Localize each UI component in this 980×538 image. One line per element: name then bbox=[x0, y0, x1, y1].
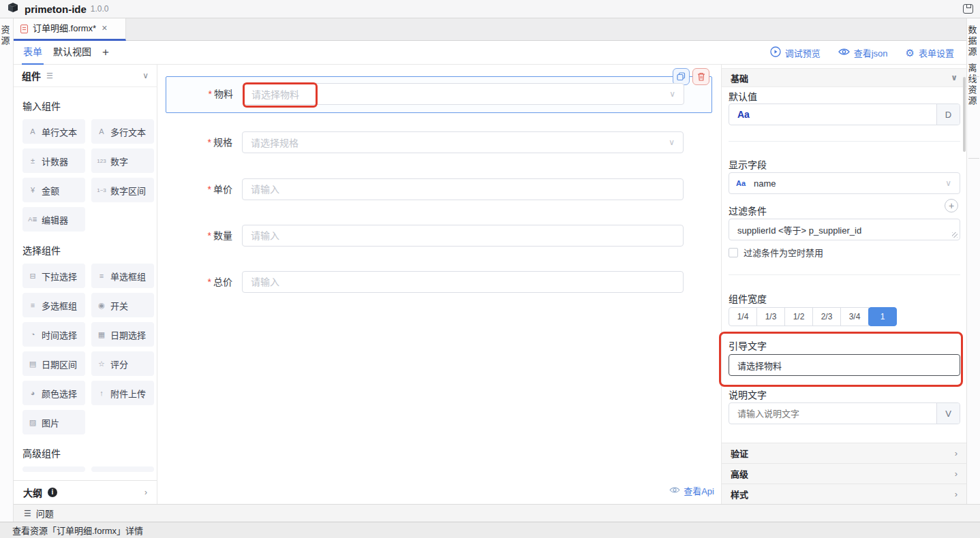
width-option-two-thirds[interactable]: 2/3 bbox=[812, 307, 841, 326]
tab-form[interactable]: 表单 bbox=[22, 41, 44, 65]
save-icon[interactable] bbox=[963, 4, 973, 14]
default-value-text: Aa bbox=[729, 109, 750, 120]
rail-datasource[interactable]: 数据源 bbox=[969, 25, 979, 58]
component-tile-single-line-text[interactable]: A单行文本 bbox=[22, 119, 85, 144]
spec-select[interactable]: 请选择规格 ∨ bbox=[242, 131, 684, 153]
display-field-select[interactable]: Aa name ∨ bbox=[729, 172, 960, 194]
component-tile-editor[interactable]: A≣编辑器 bbox=[22, 207, 85, 232]
switch-icon: ◉ bbox=[96, 301, 107, 310]
description-text-input[interactable]: V bbox=[729, 402, 960, 424]
add-view-button[interactable]: + bbox=[102, 46, 109, 59]
component-tile-image[interactable]: ▨图片 bbox=[22, 410, 85, 434]
display-field-value: name bbox=[746, 178, 776, 189]
chevron-down-icon[interactable]: ∨ bbox=[951, 73, 958, 82]
close-icon[interactable]: × bbox=[102, 22, 107, 33]
default-value-input[interactable]: Aa D bbox=[729, 104, 960, 125]
quantity-field[interactable] bbox=[251, 230, 675, 241]
number-icon: 123 bbox=[96, 158, 107, 164]
chevron-down-icon[interactable]: ∨ bbox=[142, 71, 149, 80]
required-asterisk: * bbox=[208, 184, 211, 195]
chevron-right-icon: › bbox=[955, 469, 958, 479]
component-tile-date-picker[interactable]: ▦日期选择 bbox=[91, 322, 154, 347]
guide-text-field[interactable] bbox=[729, 360, 960, 370]
default-value-type-button[interactable]: D bbox=[936, 104, 960, 125]
quantity-input[interactable] bbox=[242, 225, 684, 247]
selected-field-material[interactable]: *物料 请选择物料 ∨ bbox=[166, 76, 712, 113]
rail-resources[interactable]: 资源 bbox=[2, 25, 12, 47]
debug-preview-button[interactable]: 调试预览 bbox=[770, 46, 821, 59]
component-tile-partial[interactable] bbox=[91, 466, 154, 472]
display-field-label: 显示字段 bbox=[729, 157, 767, 171]
total-price-input[interactable] bbox=[242, 271, 684, 293]
section-advanced[interactable]: 高级 › bbox=[722, 463, 966, 484]
checkbox[interactable] bbox=[729, 248, 738, 257]
component-tile-rating[interactable]: ☆评分 bbox=[91, 351, 154, 376]
filter-disable-checkbox-row[interactable]: 过滤条件为空时禁用 bbox=[729, 246, 823, 259]
view-api-link[interactable]: 查看Api bbox=[669, 484, 714, 497]
filter-condition-textarea[interactable]: supplierId <等于> p_supplier_id bbox=[729, 219, 960, 240]
menu-icon: ☰ bbox=[46, 72, 53, 80]
width-option-full[interactable]: 1 bbox=[868, 307, 897, 326]
width-option-third[interactable]: 1/3 bbox=[756, 307, 785, 326]
component-tile-dropdown[interactable]: ⊟下拉选择 bbox=[22, 264, 85, 288]
file-tab-order-details[interactable]: 订单明细.formx* × bbox=[14, 18, 126, 41]
description-var-button[interactable]: V bbox=[936, 403, 960, 424]
delete-component-button[interactable] bbox=[692, 68, 709, 85]
divider bbox=[729, 141, 960, 142]
component-tile-multi-line-text[interactable]: A多行文本 bbox=[91, 119, 154, 144]
add-filter-button[interactable]: + bbox=[945, 199, 958, 212]
section-title-select: 选择组件 bbox=[22, 243, 157, 257]
width-option-quarter[interactable]: 1/4 bbox=[729, 307, 757, 326]
rail-divider bbox=[968, 76, 979, 77]
guide-text-input[interactable] bbox=[729, 354, 960, 376]
component-tile-radio-group[interactable]: ≡单选框组 bbox=[91, 264, 154, 288]
form-settings-button[interactable]: ⚙ 表单设置 bbox=[906, 46, 954, 59]
section-validation[interactable]: 验证 › bbox=[722, 443, 966, 463]
checkbox-group-icon: ≡ bbox=[27, 301, 38, 309]
divider bbox=[729, 274, 960, 275]
component-tile-checkbox-group[interactable]: ≡多选框组 bbox=[22, 293, 85, 317]
section-style[interactable]: 样式 › bbox=[722, 484, 966, 504]
resize-handle-icon[interactable] bbox=[952, 232, 958, 238]
material-select[interactable]: 请选择物料 ∨ bbox=[243, 83, 684, 105]
component-tile-partial[interactable] bbox=[22, 466, 85, 472]
rail-offline-resources[interactable]: 离线资源 bbox=[969, 63, 979, 107]
total-price-field[interactable] bbox=[251, 276, 675, 287]
problems-bar[interactable]: ☰ 问题 bbox=[14, 504, 980, 522]
section-basic[interactable]: 基础 ∨ bbox=[722, 68, 966, 87]
component-tile-switch[interactable]: ◉开关 bbox=[91, 293, 154, 317]
required-asterisk: * bbox=[209, 89, 212, 99]
chevron-right-icon: › bbox=[955, 489, 958, 499]
component-tile-number[interactable]: 123数字 bbox=[91, 148, 154, 173]
palette-icon: ◕ bbox=[27, 389, 38, 397]
width-option-three-quarters[interactable]: 3/4 bbox=[840, 307, 869, 326]
component-tile-attachment-upload[interactable]: ↑附件上传 bbox=[91, 381, 154, 405]
sidebar-header[interactable]: 组件 ☰ ∨ bbox=[14, 65, 157, 87]
form-canvas[interactable]: *物料 请选择物料 ∨ *规格 请选择规格 ∨ *单价 *数量 *总价 bbox=[157, 65, 721, 504]
component-tile-date-range[interactable]: ▤日期区间 bbox=[22, 351, 85, 376]
tab-default-view[interactable]: 默认视图 bbox=[52, 41, 93, 65]
unit-price-field[interactable] bbox=[251, 184, 675, 195]
component-tile-color-picker[interactable]: ◕颜色选择 bbox=[22, 381, 85, 405]
outline-bar[interactable]: 大纲 i › bbox=[14, 480, 157, 504]
scrollbar[interactable] bbox=[963, 77, 966, 152]
chevron-right-icon[interactable]: › bbox=[144, 488, 147, 497]
eye-icon bbox=[669, 486, 680, 496]
component-tile-counter[interactable]: ±计数器 bbox=[22, 148, 85, 173]
image-icon: ▨ bbox=[27, 418, 38, 427]
unit-price-input[interactable] bbox=[242, 178, 684, 200]
field-label-material: *物料 bbox=[166, 83, 243, 105]
chevron-down-icon: ∨ bbox=[669, 89, 675, 99]
component-tile-number-range[interactable]: 1~3数字区间 bbox=[91, 178, 154, 202]
guide-text-label: 引导文字 bbox=[729, 338, 767, 352]
sidebar-header-label: 组件 bbox=[22, 69, 41, 82]
spec-placeholder: 请选择规格 bbox=[251, 136, 298, 149]
description-text-field[interactable] bbox=[729, 409, 936, 419]
component-tile-time-picker[interactable]: ◔时间选择 bbox=[22, 322, 85, 347]
field-label-quantity: *数量 bbox=[166, 225, 242, 247]
width-option-half[interactable]: 1/2 bbox=[784, 307, 813, 326]
view-json-button[interactable]: 查看json bbox=[838, 46, 888, 59]
component-tile-amount[interactable]: ¥金额 bbox=[22, 178, 85, 202]
status-bar: 查看资源「订单明细.formx」详情 bbox=[0, 522, 980, 538]
material-placeholder: 请选择物料 bbox=[251, 87, 299, 101]
